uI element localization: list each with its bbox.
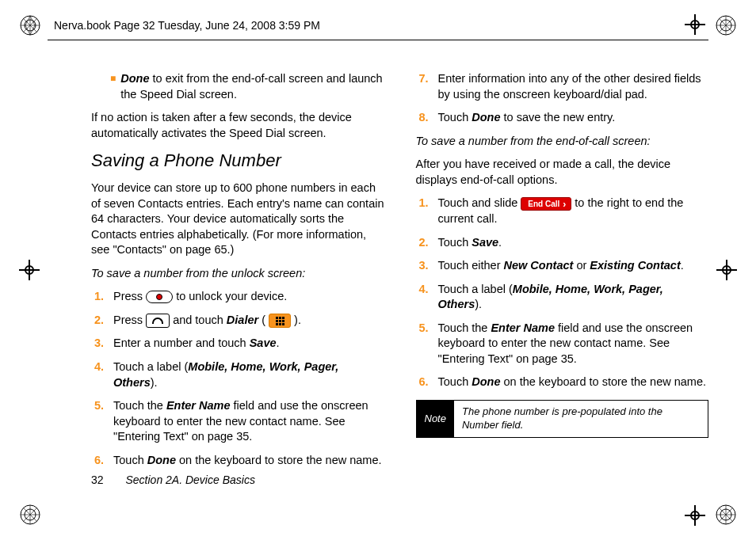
corner-rosette-icon <box>715 504 737 526</box>
subheading: To save a number from the end-of-call sc… <box>416 134 709 150</box>
page-footer: 32 Section 2A. Device Basics <box>91 473 255 486</box>
svg-line-7 <box>25 16 30 25</box>
ordered-steps-2: Touch and slide End Call to the right to… <box>416 196 709 390</box>
note-text: The phone number is pre-populated into t… <box>454 401 708 437</box>
step-item: Touch Save. <box>416 235 709 251</box>
step-item: Touch and slide End Call to the right to… <box>416 196 709 226</box>
step-item: Touch Done to save the new entry. <box>416 110 709 126</box>
step-item: Touch the Enter Name field and use the o… <box>91 398 384 445</box>
note-label: Note <box>417 401 454 437</box>
note-box: Note The phone number is pre-populated i… <box>416 400 709 438</box>
bullet-text: Done to exit from the end-of-call screen… <box>120 71 384 102</box>
paragraph: If no action is taken after a few second… <box>91 110 384 141</box>
home-key-icon <box>146 314 170 328</box>
step-item: Enter information into any of the other … <box>416 71 709 102</box>
step-item: Touch Done on the keyboard to store the … <box>416 375 709 390</box>
crop-mark-icon <box>685 14 705 35</box>
step-item: Touch a label (Mobile, Home, Work, Pager… <box>91 359 384 390</box>
section-heading: Saving a Phone Number <box>91 149 384 173</box>
bullet-item: ■ Done to exit from the end-of-call scre… <box>110 71 384 102</box>
end-call-chip-icon: End Call <box>521 197 571 211</box>
corner-rosette-icon <box>715 14 737 36</box>
step-item: Touch a label (Mobile, Home, Work, Pager… <box>416 282 709 313</box>
header-rule <box>48 40 708 40</box>
print-header: Nerva.book Page 32 Tuesday, June 24, 200… <box>54 19 320 32</box>
crop-mark-icon <box>716 260 737 280</box>
bullet-icon: ■ <box>110 71 116 102</box>
step-item: Touch the Enter Name field and use the o… <box>416 321 709 367</box>
svg-line-6 <box>30 16 35 25</box>
paragraph: After you have received or made a call, … <box>416 157 709 188</box>
unlock-button-icon <box>146 291 173 303</box>
step-item: Enter a number and touch Save. <box>91 336 384 352</box>
page-number: 32 <box>91 473 104 486</box>
subheading: To save a number from the unlock screen: <box>91 266 384 282</box>
column-right: Enter information into any of the other … <box>416 71 709 469</box>
ordered-steps-cont: Enter information into any of the other … <box>416 71 709 126</box>
section-title: Section 2A. Device Basics <box>125 473 254 486</box>
column-left: ■ Done to exit from the end-of-call scre… <box>91 71 384 469</box>
corner-rosette-icon <box>19 504 41 526</box>
step-item: Touch Done on the keyboard to store the … <box>91 453 384 469</box>
step-item: Touch either New Contact or Existing Con… <box>416 258 709 274</box>
corner-rosette-icon <box>19 14 41 36</box>
page-body: ■ Done to exit from the end-of-call scre… <box>91 71 708 469</box>
paragraph: Your device can store up to 600 phone nu… <box>91 181 384 258</box>
crop-mark-icon <box>685 505 705 526</box>
svg-line-9 <box>25 25 30 35</box>
step-item: Press to unlock your device. <box>91 289 384 305</box>
step-item: Press and touch Dialer ( ). <box>91 313 384 329</box>
ordered-steps: Press to unlock your device. Press and t… <box>91 289 384 468</box>
dialer-key-icon <box>269 314 291 328</box>
svg-line-8 <box>30 25 35 35</box>
crop-mark-icon <box>19 260 40 280</box>
